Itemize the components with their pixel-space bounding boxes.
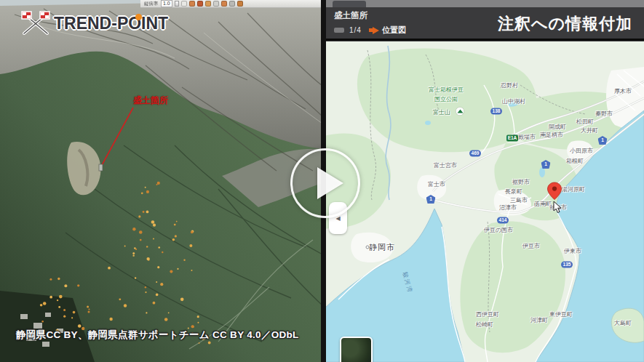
map-label: 湯河原町 bbox=[562, 185, 585, 193]
panel-title: 注釈への情報付加 bbox=[498, 13, 632, 35]
annotation-leader-line bbox=[0, 0, 322, 362]
map-label: 山中湖村 bbox=[502, 97, 525, 105]
orange-arrow-icon bbox=[373, 27, 379, 34]
route-shield: 414 bbox=[497, 217, 509, 224]
map-label: 松崎町 bbox=[476, 321, 493, 329]
annotation-name: 盛土箇所 bbox=[334, 10, 367, 21]
video-play-button[interactable] bbox=[290, 148, 360, 218]
map-label: 駿河湾 bbox=[401, 271, 414, 294]
map-label: 長泉町 bbox=[505, 188, 522, 196]
toolbar-icon-2[interactable] bbox=[197, 1, 203, 7]
map-label: 大島町 bbox=[614, 319, 632, 327]
map-label: 伊豆市 bbox=[522, 242, 540, 250]
location-map-link[interactable]: 位置図 bbox=[373, 25, 406, 36]
map-label: 伊東市 bbox=[564, 247, 581, 255]
map-label: 富士宮市 bbox=[434, 161, 457, 169]
panel-header: 盛土箇所 1/4 位置図 注釈への情報付加 bbox=[324, 7, 644, 41]
map-label: 大井町 bbox=[581, 126, 598, 134]
map-label: 伊豆の国市 bbox=[484, 226, 513, 234]
play-icon bbox=[317, 167, 343, 199]
pager-count: 1/4 bbox=[349, 26, 362, 34]
location-map[interactable]: 富士箱根伊豆国立公園富士山忍野村山中湖村厚木市秦野市松田町開成町大井町南足柄市御… bbox=[324, 41, 644, 362]
map-label: 裾野市 bbox=[512, 178, 530, 186]
scale-value-input[interactable]: 1.0 bbox=[161, 0, 172, 7]
route-shield: 135 bbox=[561, 262, 573, 268]
city-dot-marker bbox=[366, 246, 370, 249]
toolbar-icon-5[interactable] bbox=[221, 1, 227, 7]
map-label: 富士市 bbox=[428, 180, 445, 188]
annotation-panel: 盛土箇所 1/4 位置図 注釈への情報付加 bbox=[324, 0, 644, 362]
map-label: 松田町 bbox=[576, 118, 594, 126]
map-label: 秦野市 bbox=[595, 110, 613, 118]
map-label: 国立公園 bbox=[434, 95, 458, 103]
mouse-cursor-icon bbox=[553, 201, 563, 214]
map-label: 開成町 bbox=[549, 123, 566, 131]
toolbar-icon-3[interactable] bbox=[205, 1, 211, 7]
map-label: 静岡市 bbox=[369, 242, 395, 253]
crossed-flags-icon bbox=[17, 9, 54, 38]
map-label: 箱根町 bbox=[566, 157, 584, 165]
map-label: 忍野村 bbox=[501, 81, 518, 89]
scale-label: 縦倍率 bbox=[144, 1, 158, 7]
panel-tab-strip bbox=[324, 0, 644, 7]
toolbar-icon-7[interactable] bbox=[237, 1, 243, 7]
route-shield: 138 bbox=[490, 108, 502, 115]
app-toolbar: 縦倍率 1.0 bbox=[140, 0, 322, 8]
map-label: 東伊豆町 bbox=[549, 310, 573, 318]
home-icon[interactable] bbox=[181, 1, 187, 7]
trend-point-logo: TREND-POINT bbox=[17, 9, 168, 38]
map-attribution: 静岡県CC BY、静岡県点群サポートチーム CC BY 4.0／ODbL bbox=[16, 329, 299, 342]
terrain-3d-viewport[interactable]: 縦倍率 1.0 bbox=[0, 0, 322, 362]
mountain-icon bbox=[456, 108, 464, 116]
application-window: 縦倍率 1.0 bbox=[0, 0, 644, 362]
map-label: 厚木市 bbox=[614, 87, 632, 95]
map-label: 富士山 bbox=[433, 108, 450, 116]
satellite-view-toggle[interactable] bbox=[340, 337, 373, 362]
scale-stepper[interactable] bbox=[175, 1, 179, 7]
annotation-label-3d[interactable]: 盛土箇所 bbox=[133, 94, 168, 107]
route-shield: 1 bbox=[426, 195, 436, 204]
map-label: 南足柄市 bbox=[540, 131, 563, 139]
toolbar-icon-1[interactable] bbox=[189, 1, 195, 7]
route-shield: E1A bbox=[506, 135, 518, 142]
route-shield: 1 bbox=[598, 136, 608, 145]
route-shield: 1 bbox=[541, 160, 551, 169]
map-label: 河津町 bbox=[530, 316, 548, 324]
map-label: 西伊豆町 bbox=[476, 310, 499, 318]
toolbar-icon-6[interactable] bbox=[229, 1, 235, 7]
toolbar-icon-4[interactable] bbox=[213, 1, 219, 7]
attachment-pager: 1/4 位置図 bbox=[334, 25, 406, 36]
logo-text: TREND-POINT bbox=[54, 14, 168, 33]
map-label: 小田原市 bbox=[570, 147, 593, 155]
map-label: 富士箱根伊豆 bbox=[429, 86, 464, 94]
logo-orange-dot bbox=[135, 14, 142, 20]
panel-tab[interactable] bbox=[333, 1, 366, 7]
route-shield: 469 bbox=[469, 150, 481, 157]
location-map-label: 位置図 bbox=[382, 25, 406, 36]
map-labels-layer: 富士箱根伊豆国立公園富士山忍野村山中湖村厚木市秦野市松田町開成町大井町南足柄市御… bbox=[324, 41, 644, 362]
pager-nav-icon[interactable] bbox=[334, 28, 344, 33]
map-pin-icon[interactable] bbox=[546, 182, 562, 201]
map-label: 沼津市 bbox=[499, 204, 517, 212]
